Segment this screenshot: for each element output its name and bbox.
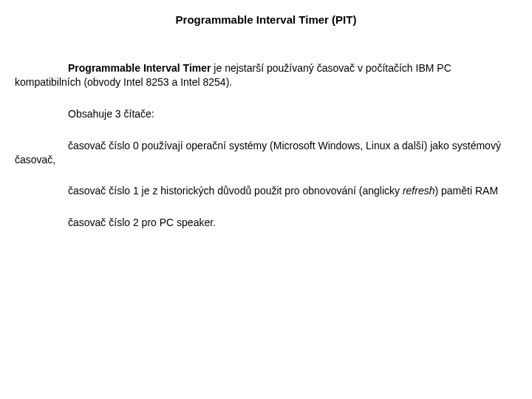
paragraph-2: Obsahuje 3 čítače: (15, 107, 517, 121)
p4-after: ) paměti RAM (434, 185, 498, 197)
intro-paragraph: Programmable Interval Timer je nejstarší… (15, 61, 517, 89)
paragraph-5: časovač číslo 2 pro PC speaker. (15, 216, 517, 230)
p4-before: časovač číslo 1 je z historických důvodů… (68, 185, 403, 197)
paragraph-4: časovač číslo 1 je z historických důvodů… (15, 184, 517, 198)
paragraph-3: časovač číslo 0 používají operační systé… (15, 139, 517, 167)
intro-bold: Programmable Interval Timer (68, 62, 211, 74)
page-title: Programmable Interval Timer (PIT) (15, 13, 517, 26)
p4-italic: refresh (403, 185, 435, 197)
